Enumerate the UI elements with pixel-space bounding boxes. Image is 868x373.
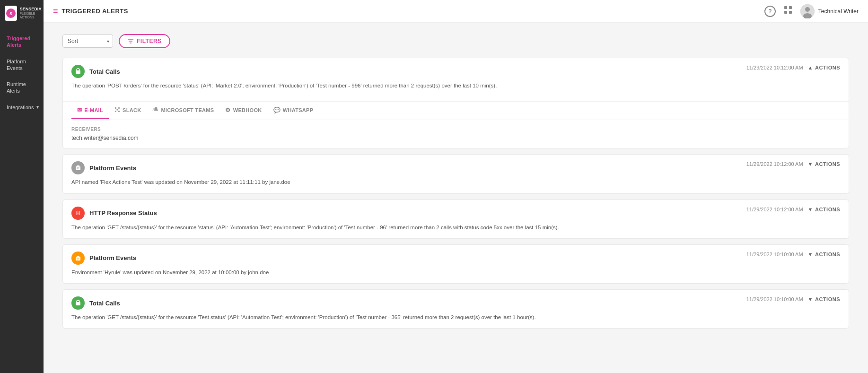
actions-button[interactable]: ▼ ACTIONS [808,207,840,212]
alert-card-header: Platform Events 11/29/2022 10:12:00 AM ▼… [63,155,849,174]
alert-title: Total Calls [89,300,120,307]
tab-webhook[interactable]: ⚙ WEBHOOK [219,102,267,119]
tabs-row: ✉ E-MAIL SLAC [63,102,849,120]
chevron-down-icon: ▼ [808,252,813,257]
svg-rect-13 [115,107,116,109]
alert-title: Platform Events [89,254,136,261]
sidebar-item-runtime-alerts[interactable]: Runtime Alerts [0,76,44,99]
toolbar: Sort Newest First Oldest First FILTERS [62,34,849,48]
alert-message: The operation 'GET /status/{status}' for… [71,313,840,321]
alert-badge: H [71,207,85,220]
alert-meta: 11/29/2022 10:12:00 AM ▲ ACTIONS [746,65,840,70]
svg-rect-4 [784,11,787,14]
receivers-value: tech.writer@sensedia.com [71,135,840,141]
filters-label: FILTERS [137,38,162,44]
alert-timestamp: 11/29/2022 10:12:00 AM [746,65,803,70]
alert-message: The operation 'GET /status/{status}' for… [71,224,840,232]
sidebar-item-integrations[interactable]: Integrations ▾ [0,99,44,115]
alert-body: The operation 'GET /status/{status}' for… [63,310,849,328]
alert-timestamp: 11/29/2022 10:10:00 AM [746,296,803,302]
alert-meta: 11/29/2022 10:12:00 AM ▼ ACTIONS [746,207,840,212]
svg-rect-2 [784,6,787,9]
whatsapp-icon: 💬 [273,107,281,113]
alert-message: The operation 'POST /orders' for the res… [71,82,840,90]
topbar-left: ≡ TRIGGERED ALERTS [53,6,128,16]
alert-title-row: H HTTP Response Status [71,207,157,220]
svg-rect-3 [789,6,792,9]
chevron-down-icon: ▼ [808,161,813,167]
menu-icon: ≡ [53,6,58,16]
actions-button[interactable]: ▼ ACTIONS [808,252,840,257]
alert-meta: 11/29/2022 10:10:00 AM ▼ ACTIONS [746,252,840,257]
alert-badge [71,252,85,265]
tab-content: RECEIVERS tech.writer@sensedia.com [63,120,849,148]
alert-card-header: Total Calls 11/29/2022 10:10:00 AM ▼ ACT… [63,290,849,310]
alert-card-header: Platform Events 11/29/2022 10:10:00 AM ▼… [63,245,849,265]
alert-card: Platform Events 11/29/2022 10:12:00 AM ▼… [62,154,849,193]
svg-rect-20 [76,166,80,170]
actions-button[interactable]: ▲ ACTIONS [808,65,840,70]
topbar-right: ? Technical Writer [764,4,859,18]
receivers-label: RECEIVERS [71,127,840,132]
tab-microsoft-teams[interactable]: MICROSOFT TEAMS [147,102,219,120]
avatar [800,4,815,18]
alert-meta: 11/29/2022 10:10:00 AM ▼ ACTIONS [746,296,840,302]
filters-button[interactable]: FILTERS [119,34,170,48]
svg-rect-17 [117,109,118,110]
alert-badge [71,296,85,310]
grid-icon[interactable] [783,5,793,17]
user-info[interactable]: Technical Writer [800,4,859,18]
alert-body: The operation 'POST /orders' for the res… [63,78,849,96]
alert-timestamp: 11/29/2022 10:12:00 AM [746,207,803,212]
alert-timestamp: 11/29/2022 10:10:00 AM [746,252,803,257]
sidebar-item-platform-events[interactable]: Platform Events [0,53,44,77]
svg-rect-25 [77,256,79,257]
chevron-up-icon: ▲ [808,65,813,70]
user-name: Technical Writer [818,8,859,15]
alert-badge [71,65,85,78]
alert-card: H HTTP Response Status 11/29/2022 10:12:… [62,200,849,239]
webhook-icon: ⚙ [225,107,230,113]
tab-whatsapp[interactable]: 💬 WHATSAPP [268,102,319,119]
card-tabs: ✉ E-MAIL SLAC [63,101,849,148]
alert-card: Platform Events 11/29/2022 10:10:00 AM ▼… [62,244,849,284]
alert-title-row: Total Calls [71,65,120,78]
alert-title-row: Platform Events [71,161,136,174]
brand-tagline: FLEXIBLE ACTIONS [20,12,44,20]
alert-timestamp: 11/29/2022 10:12:00 AM [746,161,803,167]
sidebar-item-triggered-alerts[interactable]: Triggered Alerts [0,30,44,53]
alert-card-header: H HTTP Response Status 11/29/2022 10:12:… [63,200,849,220]
tab-email[interactable]: ✉ E-MAIL [71,102,109,119]
alert-title-row: Platform Events [71,252,136,265]
svg-rect-5 [789,11,792,14]
alert-body: API named 'Flex Actions Test' was update… [63,174,849,193]
tab-slack[interactable]: SLACK [109,102,147,120]
filter-icon [127,38,134,44]
sidebar: s sensedia FLEXIBLE ACTIONS Triggered Al… [0,0,44,373]
svg-rect-12 [76,70,80,74]
sort-select[interactable]: Sort Newest First Oldest First [62,35,113,48]
teams-icon [152,106,158,114]
svg-rect-21 [77,165,79,166]
main-content: ≡ TRIGGERED ALERTS ? [44,0,868,373]
svg-rect-15 [115,111,116,112]
page-title: TRIGGERED ALERTS [62,8,128,15]
actions-button[interactable]: ▼ ACTIONS [808,296,840,302]
alert-title: Total Calls [89,68,120,75]
chevron-down-icon: ▼ [808,296,813,302]
alert-body: Environment 'Hyrule' was updated on Nove… [63,265,849,283]
alert-message: Environment 'Hyrule' was updated on Nove… [71,269,840,277]
brand-name: sensedia [20,7,44,12]
chevron-down-icon: ▼ [808,207,813,212]
logo-icon: s [5,6,17,21]
help-icon[interactable]: ? [764,6,776,17]
slack-icon [114,107,120,114]
logo-text: sensedia FLEXIBLE ACTIONS [20,7,44,20]
svg-rect-16 [118,111,120,112]
svg-rect-14 [118,107,120,109]
alert-meta: 11/29/2022 10:12:00 AM ▼ ACTIONS [746,161,840,167]
alert-card: Total Calls 11/29/2022 10:12:00 AM ▲ ACT… [62,58,849,148]
svg-rect-24 [76,257,80,260]
actions-button[interactable]: ▼ ACTIONS [808,161,840,167]
logo: s sensedia FLEXIBLE ACTIONS [0,0,49,26]
